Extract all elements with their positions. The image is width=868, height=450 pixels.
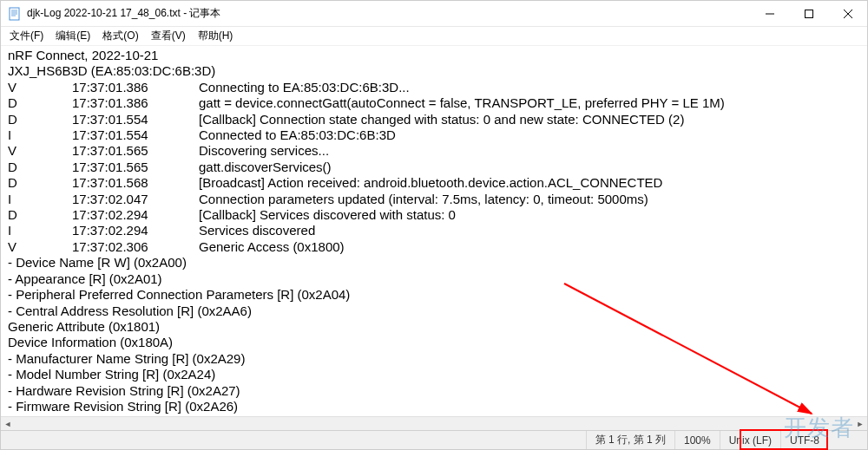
scroll-right-arrow-icon[interactable]: ► xyxy=(853,417,867,431)
log-row: D17:37:01.565gatt.discoverServices() xyxy=(8,160,860,175)
maximize-button[interactable] xyxy=(789,1,828,26)
body-line: - Peripheral Preferred Connection Parame… xyxy=(8,287,860,303)
text-area[interactable]: nRF Connect, 2022-10-21 JXJ_HS6B3D (EA:8… xyxy=(1,46,867,416)
svg-rect-6 xyxy=(805,10,812,17)
minimize-button[interactable] xyxy=(750,1,789,26)
log-message: Connecting to EA:85:03:DC:6B:3D... xyxy=(199,80,860,95)
log-row: V17:37:01.386Connecting to EA:85:03:DC:6… xyxy=(8,80,860,95)
log-timestamp: 17:37:01.386 xyxy=(72,95,199,111)
log-message: [Callback] Connection state changed with… xyxy=(199,112,860,127)
body-line: - Device Name [R W] (0x2A00) xyxy=(8,255,860,271)
log-timestamp: 17:37:02.294 xyxy=(72,207,199,223)
log-row: I17:37:01.554Connected to EA:85:03:DC:6B… xyxy=(8,127,860,143)
menu-help[interactable]: 帮助(H) xyxy=(193,27,239,45)
log-timestamp: 17:37:02.047 xyxy=(72,192,199,207)
menu-format[interactable]: 格式(O) xyxy=(97,27,143,45)
log-timestamp: 17:37:01.565 xyxy=(72,143,199,159)
menubar: 文件(F) 编辑(E) 格式(O) 查看(V) 帮助(H) xyxy=(1,27,867,46)
log-message: Services discovered xyxy=(199,223,860,238)
window-controls xyxy=(750,1,867,26)
scroll-left-arrow-icon[interactable]: ◄ xyxy=(1,417,15,431)
body-line: - Manufacturer Name String [R] (0x2A29) xyxy=(8,351,860,367)
log-level: D xyxy=(8,95,72,111)
log-row: D17:37:01.386gatt = device.connectGatt(a… xyxy=(8,95,860,111)
log-level: I xyxy=(8,223,72,238)
status-encoding: UTF-8 xyxy=(780,431,867,449)
body-line: - Appearance [R] (0x2A01) xyxy=(8,271,860,287)
horizontal-scrollbar[interactable]: ◄ ► xyxy=(1,416,867,430)
status-position: 第 1 行, 第 1 列 xyxy=(586,431,674,449)
titlebar: djk-Log 2022-10-21 17_48_06.txt - 记事本 xyxy=(1,1,867,27)
body-line: - Firmware Revision String [R] (0x2A26) xyxy=(8,399,860,414)
log-timestamp: 17:37:01.565 xyxy=(72,160,199,175)
log-row: V17:37:01.565Discovering services... xyxy=(8,143,860,159)
log-level: V xyxy=(8,80,72,95)
log-timestamp: 17:37:01.554 xyxy=(72,112,199,127)
log-message: Connected to EA:85:03:DC:6B:3D xyxy=(199,127,860,143)
log-message: gatt = device.connectGatt(autoConnect = … xyxy=(199,95,860,111)
statusbar: 第 1 行, 第 1 列 100% Unix (LF) UTF-8 xyxy=(1,430,867,449)
log-level: V xyxy=(8,239,72,255)
log-row: I17:37:02.047Connection parameters updat… xyxy=(8,192,860,207)
notepad-icon xyxy=(8,7,22,21)
notepad-window: djk-Log 2022-10-21 17_48_06.txt - 记事本 文件… xyxy=(0,0,868,450)
close-button[interactable] xyxy=(828,1,867,26)
status-line-ending: Unix (LF) xyxy=(720,431,780,449)
header-line: JXJ_HS6B3D (EA:85:03:DC:6B:3D) xyxy=(8,63,860,79)
log-level: D xyxy=(8,207,72,223)
log-level: D xyxy=(8,112,72,127)
status-zoom: 100% xyxy=(674,431,720,449)
log-level: I xyxy=(8,127,72,143)
window-title: djk-Log 2022-10-21 17_48_06.txt - 记事本 xyxy=(27,6,750,21)
log-level: I xyxy=(8,192,72,207)
log-level: V xyxy=(8,143,72,159)
log-timestamp: 17:37:02.294 xyxy=(72,223,199,238)
log-row: V17:37:02.306Generic Access (0x1800) xyxy=(8,239,860,255)
log-message: [Callback] Services discovered with stat… xyxy=(199,207,860,223)
log-message: Generic Access (0x1800) xyxy=(199,239,860,255)
log-level: D xyxy=(8,175,72,191)
menu-view[interactable]: 查看(V) xyxy=(146,27,191,45)
body-line: - Model Number String [R] (0x2A24) xyxy=(8,367,860,382)
log-row: D17:37:01.568[Broadcast] Action received… xyxy=(8,175,860,191)
body-line: - Central Address Resolution [R] (0x2AA6… xyxy=(8,303,860,319)
body-line: - Hardware Revision String [R] (0x2A27) xyxy=(8,383,860,399)
header-line: nRF Connect, 2022-10-21 xyxy=(8,48,860,63)
log-message: [Broadcast] Action received: android.blu… xyxy=(199,175,860,191)
log-timestamp: 17:37:01.386 xyxy=(72,80,199,95)
log-row: D17:37:01.554[Callback] Connection state… xyxy=(8,112,860,127)
log-level: D xyxy=(8,160,72,175)
log-timestamp: 17:37:01.568 xyxy=(72,175,199,191)
log-message: Discovering services... xyxy=(199,143,860,159)
body-line: Generic Attribute (0x1801) xyxy=(8,319,860,335)
log-message: gatt.discoverServices() xyxy=(199,160,860,175)
log-timestamp: 17:37:02.306 xyxy=(72,239,199,255)
log-row: D17:37:02.294[Callback] Services discove… xyxy=(8,207,860,223)
log-row: I17:37:02.294Services discovered xyxy=(8,223,860,238)
log-message: Connection parameters updated (interval:… xyxy=(199,192,860,207)
log-timestamp: 17:37:01.554 xyxy=(72,127,199,143)
menu-file[interactable]: 文件(F) xyxy=(4,27,49,45)
body-line: Device Information (0x180A) xyxy=(8,335,860,350)
menu-edit[interactable]: 编辑(E) xyxy=(50,27,95,45)
